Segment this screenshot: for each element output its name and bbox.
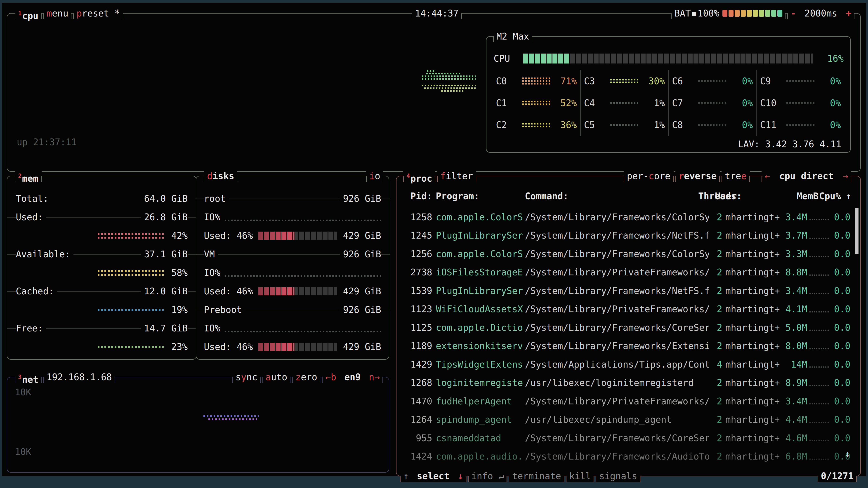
process-row[interactable]: 1256 com.apple.ColorS /System/Library/Fr… xyxy=(405,245,851,263)
core-row: C4 1% xyxy=(581,92,669,114)
net-sync-button[interactable]: sync xyxy=(232,371,260,383)
select-control[interactable]: ↑ select ↓ xyxy=(400,470,466,482)
interval-increase-button[interactable]: + xyxy=(846,8,851,19)
sort-next-button[interactable]: → xyxy=(843,171,848,181)
col-program[interactable]: Program: xyxy=(436,191,523,201)
disk-io-graph xyxy=(225,220,381,221)
process-pid: 1539 xyxy=(405,285,432,296)
terminate-button[interactable]: terminate xyxy=(509,470,564,482)
net-interface-switcher[interactable]: ←b en9 n→ xyxy=(322,371,383,383)
process-pid: 1189 xyxy=(405,340,432,351)
col-memb[interactable]: MemB xyxy=(772,191,818,201)
core-row: C1 52% xyxy=(492,92,581,114)
preset-button[interactable]: preset * xyxy=(73,7,123,20)
process-pid: 1424 xyxy=(405,451,432,462)
process-mem: 5.0M xyxy=(782,322,807,333)
process-row[interactable]: 1125 com.apple.Dictio /System/Library/Fr… xyxy=(405,318,851,337)
process-row[interactable]: 1424 com.apple.audio. /System/Library/Fr… xyxy=(405,447,851,466)
mem-cached-graph xyxy=(98,309,164,311)
disk-used-row: Used: 46% 429 GiB xyxy=(204,282,381,300)
tree-toggle[interactable]: tree xyxy=(721,170,749,182)
process-row[interactable]: 1123 WiFiCloudAssetsX /System/Library/Pr… xyxy=(405,300,851,319)
interval-value: 2000ms xyxy=(804,8,837,19)
process-row[interactable]: 1189 extensionkitserv /System/Library/Fr… xyxy=(405,337,851,355)
sort-prev-button[interactable]: ← xyxy=(765,171,770,181)
process-cpu: 0.0 xyxy=(829,377,850,388)
disk-name-row: root 926 GiB xyxy=(204,189,381,208)
battery-cell xyxy=(735,10,740,17)
process-pid: 1125 xyxy=(405,322,432,333)
filter-button[interactable]: filter xyxy=(437,170,476,182)
col-user[interactable]: User: xyxy=(715,191,772,201)
process-row[interactable]: 1245 PlugInLibrarySer /System/Library/Fr… xyxy=(405,226,851,245)
col-threads[interactable]: Threads: xyxy=(698,191,712,201)
process-cpu: 0.0 xyxy=(829,433,850,444)
interval-decrease-button[interactable]: - xyxy=(790,8,796,19)
iface-next-button[interactable]: n→ xyxy=(369,372,380,382)
net-zero-button[interactable]: zero xyxy=(292,371,320,383)
process-row[interactable]: 1429 TipsWidgetExtens /System/Applicatio… xyxy=(405,355,851,374)
tab-disks[interactable]: disks xyxy=(204,170,237,182)
core-row: C8 0% xyxy=(669,114,756,136)
col-command[interactable]: Command: xyxy=(525,191,698,201)
process-row[interactable]: 1539 PlugInLibrarySer /System/Library/Fr… xyxy=(405,282,851,300)
process-row[interactable]: 955 csnameddatad /System/Library/Framewo… xyxy=(405,429,851,447)
process-program: loginitemregiste xyxy=(436,377,523,388)
btop-system-monitor: 1cpu menu preset * 14:44:37 BAT■ 100% - … xyxy=(0,0,868,488)
process-command: /System/Applications/Tips.app/Content xyxy=(525,359,709,370)
kill-button[interactable]: kill xyxy=(566,470,594,482)
process-row[interactable]: 1470 fudHelperAgent /System/Library/Priv… xyxy=(405,392,851,411)
sort-column-switcher[interactable]: ← cpu direct → xyxy=(762,170,851,182)
mem-total-label: Total: xyxy=(16,193,52,204)
process-table: 1258 com.apple.ColorS /System/Library/Fr… xyxy=(405,208,851,466)
iface-prev-button[interactable]: ←b xyxy=(325,372,336,382)
col-pid[interactable]: Pid: xyxy=(405,191,432,201)
process-cpu: 0.0 xyxy=(829,340,850,351)
process-user: mhartingt+ xyxy=(725,377,782,388)
process-threads: 2 xyxy=(709,212,722,223)
core-id: C11 xyxy=(760,120,784,130)
io-mode-button[interactable]: io xyxy=(366,170,383,182)
process-row[interactable]: 1268 loginitemregiste /usr/libexec/login… xyxy=(405,374,851,392)
process-program: com.apple.audio. xyxy=(436,451,523,462)
sort-direction-icon[interactable]: ↑ xyxy=(841,191,851,201)
core-usage-graph xyxy=(698,124,727,126)
select-up-icon[interactable]: ↑ xyxy=(403,471,409,481)
core-row: C10 0% xyxy=(756,92,845,114)
process-command: /System/Library/PrivateFrameworks/Mob xyxy=(525,396,709,407)
battery-cell xyxy=(777,10,782,17)
process-command: /System/Library/Frameworks/ColorSync. xyxy=(525,249,709,259)
process-mem-graph xyxy=(809,403,829,404)
process-mem-graph xyxy=(809,274,829,275)
core-id: C5 xyxy=(584,120,608,130)
process-threads: 2 xyxy=(709,396,722,407)
tab-cpu[interactable]: 1cpu xyxy=(15,7,41,20)
menu-button[interactable]: menu xyxy=(43,7,71,20)
process-row[interactable]: 1264 spindump_agent /usr/libexec/spindum… xyxy=(405,411,851,429)
tab-proc[interactable]: 4proc xyxy=(403,170,435,182)
per-core-toggle[interactable]: per-core xyxy=(624,170,674,182)
process-mem-graph xyxy=(809,366,829,367)
process-pid: 1123 xyxy=(405,304,432,315)
select-down-icon[interactable]: ↓ xyxy=(458,471,463,481)
net-auto-button[interactable]: auto xyxy=(262,371,290,383)
core-usage-graph xyxy=(698,102,727,104)
process-row[interactable]: 1258 com.apple.ColorS /System/Library/Fr… xyxy=(405,208,851,226)
reverse-toggle[interactable]: reverse xyxy=(675,170,720,182)
memory-stats: Total: 64.0 GiB Used: 26.8 GiB 42% Avail… xyxy=(16,189,188,356)
info-button[interactable]: info ↵ xyxy=(468,470,507,482)
disk-section: VM 926 GiB IO% Used: 46% 429 GiB xyxy=(204,245,381,300)
tab-mem[interactable]: 2mem xyxy=(15,170,41,182)
process-pid: 1429 xyxy=(405,359,432,370)
process-program: fudHelperAgent xyxy=(436,396,523,407)
process-program: com.apple.Dictio xyxy=(436,322,523,333)
process-pid: 1256 xyxy=(405,249,432,259)
disk-used-size: 429 GiB xyxy=(342,230,381,241)
signals-button[interactable]: signals xyxy=(596,470,640,482)
process-command: /System/Library/Frameworks/AudioToolb xyxy=(525,451,709,462)
process-row[interactable]: 2738 iOSFilesStorageE /System/Library/Pr… xyxy=(405,263,851,282)
clock: 14:44:37 xyxy=(412,7,462,20)
col-cpu[interactable]: Cpu% xyxy=(818,191,841,201)
tab-net[interactable]: 3net xyxy=(15,371,41,383)
process-scrollbar[interactable] xyxy=(855,208,859,254)
